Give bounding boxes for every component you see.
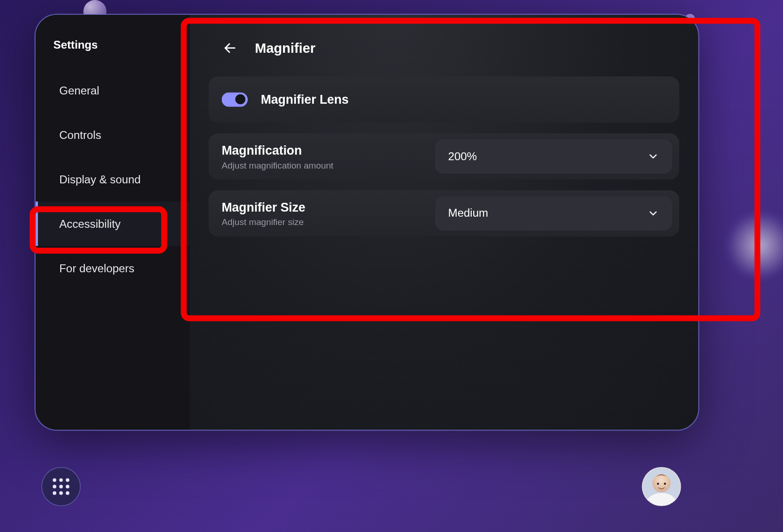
apps-button[interactable]: [42, 467, 81, 506]
dropdown-value: 200%: [448, 150, 477, 163]
sidebar-item-label: Display & sound: [59, 173, 141, 186]
row-magnification: Magnification Adjust magnification amoun…: [209, 133, 679, 180]
sidebar: Settings General Controls Display & soun…: [36, 15, 190, 430]
sidebar-item-label: Controls: [59, 128, 101, 141]
row-subtitle: Adjust magnifier size: [222, 217, 306, 227]
sidebar-item-accessibility[interactable]: Accessibility: [36, 201, 190, 246]
chevron-down-icon: [647, 207, 659, 219]
sidebar-item-general[interactable]: General: [36, 68, 190, 113]
page-header: Magnifier: [209, 36, 679, 60]
row-magnifier-lens[interactable]: Magnifier Lens: [209, 76, 679, 123]
apps-grid-icon: [53, 478, 69, 495]
dropdown-value: Medium: [448, 207, 488, 220]
sidebar-item-controls[interactable]: Controls: [36, 113, 190, 157]
row-title: Magnifier Lens: [261, 93, 349, 107]
svg-point-5: [664, 482, 666, 484]
arrow-left-icon: [223, 41, 237, 55]
page-title: Magnifier: [255, 40, 315, 56]
magnifier-lens-toggle[interactable]: [222, 93, 248, 107]
magnifier-size-dropdown[interactable]: Medium: [435, 196, 672, 231]
sidebar-item-display-sound[interactable]: Display & sound: [36, 157, 190, 201]
magnification-dropdown[interactable]: 200%: [435, 139, 672, 174]
row-magnifier-size: Magnifier Size Adjust magnifier size Med…: [209, 190, 679, 237]
svg-point-4: [657, 482, 659, 484]
sidebar-item-label: General: [59, 84, 100, 97]
back-button[interactable]: [218, 36, 242, 60]
chevron-down-icon: [647, 150, 659, 163]
sidebar-item-label: Accessibility: [59, 217, 120, 230]
row-title: Magnification: [222, 143, 333, 157]
sidebar-item-for-developers[interactable]: For developers: [36, 246, 190, 290]
row-subtitle: Adjust magnification amount: [222, 160, 333, 170]
settings-window: Settings General Controls Display & soun…: [36, 15, 698, 430]
avatar-button[interactable]: [642, 467, 681, 506]
content-panel: Magnifier Magnifier Lens Magnification A…: [190, 15, 698, 430]
svg-point-3: [652, 474, 671, 493]
toggle-knob: [235, 94, 245, 105]
sidebar-item-label: For developers: [59, 262, 134, 275]
row-title: Magnifier Size: [222, 200, 306, 214]
avatar-icon: [643, 467, 681, 506]
sidebar-title: Settings: [36, 36, 190, 68]
